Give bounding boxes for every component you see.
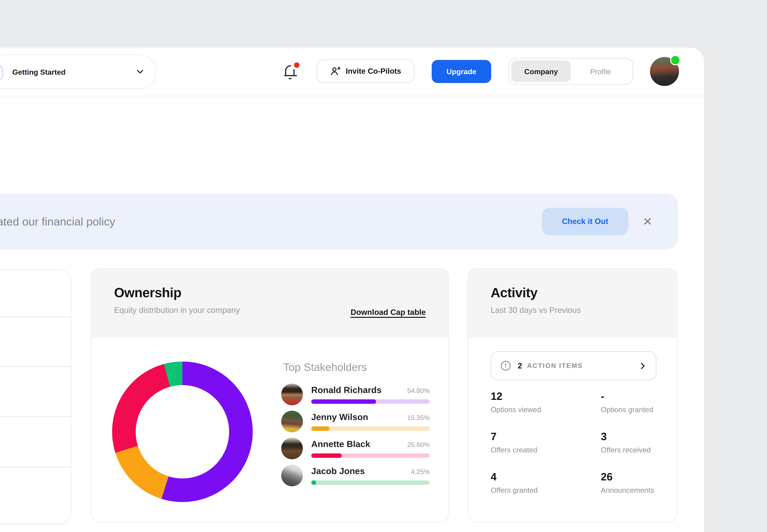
stat-value: - — [601, 391, 658, 402]
stat-value: 12 — [491, 391, 601, 402]
check-it-out-button[interactable]: Check it Out — [542, 208, 628, 235]
main-panel: Getting Started — [0, 48, 704, 532]
stat-label: Offers created — [491, 446, 601, 454]
list-divider — [0, 316, 71, 317]
left-list-card — [0, 269, 71, 524]
toggle-option-profile[interactable]: Profile — [571, 60, 630, 82]
stakeholder-bar-track — [311, 426, 430, 431]
stakeholder-percent: 15.35% — [407, 414, 430, 421]
download-cap-table-link[interactable]: Download Cap table — [351, 308, 426, 317]
workspace-switcher[interactable]: Getting Started — [0, 55, 156, 89]
upgrade-button[interactable]: Upgrade — [432, 60, 491, 83]
stakeholder-bar-track — [311, 480, 430, 485]
announcement-banner: ated our financial policy Check it Out ✕ — [0, 194, 678, 250]
ownership-title: Ownership — [114, 285, 426, 301]
stakeholder-avatar — [281, 384, 303, 405]
stat-cell: - Options granted — [601, 391, 658, 414]
stakeholder-bar-fill — [311, 480, 316, 485]
banner-message: ated our financial policy — [0, 194, 115, 250]
stakeholder-name: Ronald Richards — [311, 385, 382, 395]
workspace-switcher-label: Getting Started — [12, 55, 65, 88]
stat-cell: 12 Options viewed — [491, 391, 601, 414]
stakeholder-avatar — [281, 438, 303, 459]
activity-title: Activity — [491, 285, 655, 301]
list-divider — [0, 467, 71, 467]
user-avatar[interactable] — [650, 57, 679, 86]
close-icon[interactable]: ✕ — [641, 209, 655, 234]
ownership-card-header: Ownership Equity distribution in your co… — [91, 269, 448, 337]
stakeholder-name: Annette Black — [311, 439, 370, 449]
top-header: Getting Started — [0, 48, 704, 96]
action-items-count: 2 — [518, 361, 522, 370]
stakeholder-row[interactable]: Jenny Wilson 15.35% — [281, 411, 430, 432]
stakeholder-bar-track — [311, 399, 430, 404]
activity-card-header: Activity Last 30 days vs Previous — [468, 269, 677, 337]
stat-cell: 3 Offers received — [601, 431, 658, 454]
stat-label: Announcements — [601, 486, 658, 494]
invite-copilots-label: Invite Co-Pilots — [346, 67, 401, 76]
stakeholder-bar-fill — [311, 453, 342, 458]
action-items-button[interactable]: 2 ACTION ITEMS — [491, 351, 656, 380]
notifications-button[interactable] — [283, 64, 299, 81]
stat-value: 7 — [491, 431, 601, 443]
stakeholder-bar-fill — [311, 399, 376, 404]
activity-card: Activity Last 30 days vs Previous 2 ACTI… — [468, 268, 678, 522]
stakeholder-avatar — [281, 411, 303, 432]
stakeholder-avatar — [281, 465, 303, 486]
activity-stats-grid: 12 Options viewed - Options granted 7 Of… — [491, 391, 658, 494]
stakeholder-percent: 25.60% — [407, 441, 430, 448]
stakeholder-list: Ronald Richards 54.80% Jenny Wilson 15.3… — [281, 384, 430, 492]
stat-value: 4 — [491, 471, 601, 483]
stakeholder-row[interactable]: Jacob Jones 4.25% — [281, 465, 430, 486]
page: Getting Started — [0, 0, 767, 532]
stat-cell: 26 Announcements — [601, 471, 658, 494]
action-items-label: ACTION ITEMS — [527, 362, 583, 369]
notification-unread-dot — [294, 62, 299, 68]
stakeholder-bar-fill — [311, 426, 329, 431]
ownership-card: Ownership Equity distribution in your co… — [91, 268, 449, 522]
stakeholder-name: Jacob Jones — [311, 466, 365, 476]
toggle-option-company[interactable]: Company — [511, 60, 571, 82]
stakeholder-name: Jenny Wilson — [311, 412, 368, 422]
stakeholder-bar-track — [311, 453, 430, 458]
stat-label: Offers granted — [491, 486, 601, 494]
stat-cell: 4 Offers granted — [491, 471, 601, 494]
activity-subtitle: Last 30 days vs Previous — [491, 306, 655, 315]
stat-value: 3 — [601, 431, 658, 443]
workspace-progress-icon — [0, 62, 3, 84]
company-profile-toggle: Company Profile — [508, 58, 633, 84]
alert-circle-icon — [500, 360, 511, 371]
list-divider — [0, 366, 71, 367]
stat-label: Options granted — [601, 405, 658, 414]
list-divider — [0, 416, 71, 417]
stakeholder-row[interactable]: Ronald Richards 54.80% — [281, 384, 430, 405]
stakeholder-row[interactable]: Annette Black 25.60% — [281, 438, 430, 459]
chevron-right-icon — [638, 361, 647, 370]
stat-cell: 7 Offers created — [491, 431, 601, 454]
person-plus-icon — [330, 66, 341, 77]
stat-label: Options viewed — [491, 405, 601, 414]
chevron-down-icon — [135, 67, 145, 77]
top-stakeholders-title: Top Stakeholders — [283, 361, 367, 374]
stakeholder-percent: 4.25% — [411, 468, 430, 476]
stat-label: Offers received — [601, 446, 658, 454]
invite-copilots-button[interactable]: Invite Co-Pilots — [317, 59, 414, 83]
stat-value: 26 — [601, 471, 658, 483]
ownership-donut-chart — [112, 362, 253, 502]
stakeholder-percent: 54.80% — [407, 387, 430, 394]
online-status-dot — [670, 55, 681, 65]
